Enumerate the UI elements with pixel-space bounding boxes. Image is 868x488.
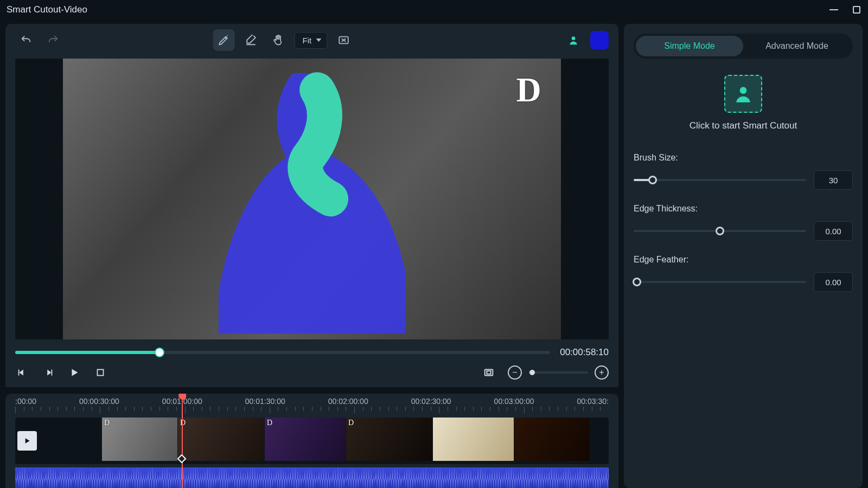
- ruler-label: 00:03:30:: [577, 397, 609, 406]
- ruler-label: 00:03:00:00: [494, 397, 534, 406]
- minimize-button[interactable]: [829, 5, 839, 15]
- ruler-label: 00:00:30:00: [79, 397, 119, 406]
- timeline-clip[interactable]: D: [265, 418, 346, 461]
- svg-point-8: [740, 87, 747, 94]
- svg-rect-3: [18, 370, 20, 376]
- timeline-clip[interactable]: D: [178, 418, 265, 461]
- video-track[interactable]: DDDD: [15, 418, 609, 464]
- timeline-clip[interactable]: D: [346, 418, 433, 461]
- svg-point-0: [227, 35, 228, 36]
- edge-feather-label: Edge Feather:: [634, 255, 853, 265]
- edge-thickness-label: Edge Thickness:: [634, 204, 853, 214]
- zoom-fit-select[interactable]: Fit: [295, 32, 328, 49]
- brush-tool-button[interactable]: [213, 29, 235, 51]
- edge-feather-value[interactable]: 0.00: [814, 272, 853, 292]
- start-cutout-button[interactable]: [724, 75, 762, 113]
- title-bar: Smart Cutout-Video: [0, 0, 868, 20]
- svg-rect-7: [487, 371, 490, 374]
- svg-point-2: [572, 36, 576, 40]
- ruler-label: 00:02:30:00: [411, 397, 451, 406]
- timeline-clip[interactable]: [514, 418, 590, 461]
- play-button[interactable]: [67, 365, 81, 380]
- fit-to-screen-button[interactable]: [482, 365, 496, 380]
- edge-feather-slider[interactable]: [634, 281, 806, 283]
- properties-panel: Simple Mode Advanced Mode Click to start…: [624, 24, 863, 488]
- prev-frame-button[interactable]: [15, 365, 29, 380]
- timeline-clip[interactable]: [42, 418, 102, 461]
- audio-track[interactable]: [15, 467, 609, 488]
- maximize-button[interactable]: [852, 5, 861, 15]
- tab-advanced-mode[interactable]: Advanced Mode: [743, 36, 851, 56]
- tab-simple-mode[interactable]: Simple Mode: [636, 36, 743, 56]
- svg-rect-5: [98, 370, 104, 376]
- timeline-ruler[interactable]: :00:0000:00:30:0000:01:00:0000:01:30:000…: [5, 394, 618, 418]
- brush-size-slider[interactable]: [634, 179, 806, 181]
- ruler-label: 00:02:00:00: [328, 397, 368, 406]
- svg-rect-4: [52, 370, 53, 376]
- mode-tabs: Simple Mode Advanced Mode: [634, 34, 853, 59]
- preview-canvas[interactable]: D: [15, 59, 609, 339]
- watermark-d: D: [516, 70, 541, 110]
- start-cutout-label: Click to start Smart Cutout: [690, 120, 797, 131]
- timeline-panel: :00:0000:00:30:0000:01:00:0000:01:30:000…: [5, 394, 618, 488]
- ruler-label: :00:00: [15, 397, 36, 406]
- track-play-icon: [17, 431, 37, 451]
- ruler-label: 00:01:30:00: [245, 397, 285, 406]
- zoom-out-button[interactable]: −: [508, 365, 522, 380]
- waveform: [15, 467, 609, 488]
- transport-controls: − +: [15, 365, 609, 380]
- brush-size-label: Brush Size:: [634, 153, 853, 163]
- brush-size-value[interactable]: 30: [814, 170, 853, 190]
- timeline-clip[interactable]: D: [102, 418, 178, 461]
- edge-thickness-value[interactable]: 0.00: [814, 221, 853, 241]
- mask-color-swatch[interactable]: [590, 31, 609, 49]
- preview-panel: D 00:00:58:10: [5, 56, 618, 387]
- undo-button[interactable]: [15, 29, 37, 51]
- video-frame: D: [63, 59, 561, 339]
- window-controls: [829, 5, 861, 15]
- zoom-in-button[interactable]: +: [595, 365, 609, 380]
- timeline-clip[interactable]: [433, 418, 514, 461]
- subject-indicator: [564, 31, 583, 49]
- svg-rect-6: [485, 370, 493, 376]
- stop-button[interactable]: [93, 365, 107, 380]
- mask-overlay: [152, 64, 471, 333]
- timecode-display: 00:00:58:10: [560, 347, 609, 358]
- redo-button[interactable]: [42, 29, 64, 51]
- timeline-playhead[interactable]: [182, 394, 183, 488]
- edge-thickness-slider[interactable]: [634, 230, 806, 232]
- eraser-tool-button[interactable]: [240, 29, 262, 51]
- preview-scrubber[interactable]: [15, 351, 550, 354]
- zoom-slider[interactable]: [528, 371, 588, 374]
- preview-toolbar: Fit: [5, 24, 618, 56]
- next-frame-button[interactable]: [41, 365, 55, 380]
- hand-tool-button[interactable]: [267, 29, 289, 51]
- window-title: Smart Cutout-Video: [7, 4, 87, 15]
- compare-toggle-button[interactable]: [333, 29, 354, 51]
